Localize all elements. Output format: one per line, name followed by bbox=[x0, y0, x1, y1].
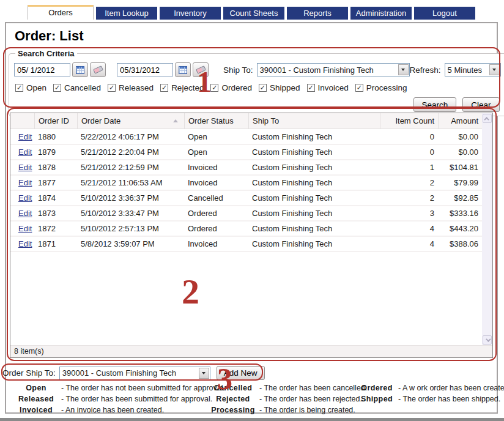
legend-description: - A w ork order has been created. bbox=[398, 384, 504, 392]
column-header-ship-to[interactable]: Ship To bbox=[248, 113, 380, 129]
amount-cell: $333.16 bbox=[438, 206, 482, 220]
order-date-cell: 5/10/2012 2:57:13 PM bbox=[77, 222, 184, 236]
add-new-button[interactable]: Add New bbox=[217, 366, 265, 380]
order-date-cell: 5/21/2012 2:12:59 PM bbox=[77, 160, 184, 174]
tab-reports[interactable]: Reports bbox=[287, 7, 348, 20]
checkbox-open[interactable]: ✓Open bbox=[15, 83, 46, 92]
ship-to-cell: Custom Finishing Tech bbox=[248, 206, 380, 220]
ship-to-select[interactable]: 390001 - Custom Finishing Tech bbox=[257, 63, 410, 76]
order-date-cell: 5/8/2012 3:59:07 PM bbox=[77, 237, 184, 251]
table-rows: Edit18805/22/2012 4:06:17 PMOpenCustom F… bbox=[10, 130, 482, 252]
edit-link[interactable]: Edit bbox=[18, 178, 32, 187]
checkbox-rejected[interactable]: ✓Rejected bbox=[160, 83, 204, 92]
edit-cell: Edit bbox=[10, 206, 34, 220]
column-header-label: Amount bbox=[451, 116, 478, 125]
order-id-cell: 1879 bbox=[34, 145, 77, 159]
legend-item: Rejected- The order has been rejected. bbox=[209, 395, 367, 403]
order-id-cell: 1880 bbox=[34, 130, 77, 144]
edit-cell: Edit bbox=[10, 237, 34, 251]
table-footer-count: 8 item(s) bbox=[10, 345, 492, 357]
tab-administration[interactable]: Administration bbox=[350, 7, 412, 20]
calendar-icon bbox=[76, 66, 84, 74]
tab-count-sheets[interactable]: Count Sheets bbox=[223, 7, 284, 20]
column-header-order-date[interactable]: Order Date bbox=[77, 113, 184, 129]
order-ship-to-select[interactable]: 390001 - Custom Finishing Tech bbox=[59, 367, 210, 380]
scroll-down-button[interactable] bbox=[483, 335, 492, 345]
item-count-cell: 4 bbox=[380, 237, 438, 251]
item-count-cell: 0 bbox=[380, 130, 438, 144]
column-header-edit[interactable] bbox=[10, 113, 34, 129]
checkbox-label: Ordered bbox=[221, 83, 252, 92]
search-row-dates: Ship To: 390001 - Custom Finishing Tech … bbox=[14, 62, 501, 77]
edit-link[interactable]: Edit bbox=[18, 163, 32, 172]
date-to-input[interactable] bbox=[117, 63, 173, 76]
date-from-input[interactable] bbox=[14, 63, 70, 76]
tab-logout[interactable]: Logout bbox=[414, 7, 475, 20]
edit-link[interactable]: Edit bbox=[18, 239, 32, 248]
refresh-select[interactable]: 5 Minutes bbox=[445, 63, 501, 76]
checkbox-ordered[interactable]: ✓Ordered bbox=[210, 83, 252, 92]
column-header-amount[interactable]: Amount bbox=[438, 113, 482, 129]
order-id-cell: 1874 bbox=[34, 191, 77, 205]
clear-button[interactable]: Clear bbox=[462, 97, 499, 112]
column-header-label: Order ID bbox=[39, 116, 69, 125]
amount-cell: $92.85 bbox=[438, 191, 482, 205]
search-criteria-panel: Search Criteria Ship To: 390001 - Custom… bbox=[9, 49, 504, 116]
edit-cell: Edit bbox=[10, 176, 34, 190]
legend-item: Cancelled- The order has been cancelled. bbox=[209, 384, 367, 392]
ship-to-cell: Custom Finishing Tech bbox=[248, 222, 380, 236]
order-status-cell: Ordered bbox=[184, 206, 248, 220]
edit-cell: Edit bbox=[10, 160, 34, 174]
edit-cell: Edit bbox=[10, 222, 34, 236]
date-from-calendar-button[interactable] bbox=[72, 62, 88, 77]
checkbox-icon: ✓ bbox=[15, 84, 23, 92]
checkbox-label: Processing bbox=[366, 83, 407, 92]
edit-link[interactable]: Edit bbox=[18, 193, 32, 203]
amount-cell: $0.00 bbox=[438, 145, 482, 159]
chevron-down-icon bbox=[398, 64, 409, 75]
edit-link[interactable]: Edit bbox=[18, 147, 32, 157]
table-row: Edit18715/8/2012 3:59:07 PMInvoicedCusto… bbox=[10, 237, 482, 252]
tab-inventory[interactable]: Inventory bbox=[160, 7, 221, 20]
tab-orders[interactable]: Orders bbox=[28, 5, 94, 20]
vertical-scrollbar[interactable] bbox=[482, 113, 492, 345]
item-count-cell: 2 bbox=[380, 191, 438, 205]
edit-link[interactable]: Edit bbox=[18, 132, 32, 141]
column-header-order-id[interactable]: Order ID bbox=[34, 113, 77, 129]
sort-ascending-icon bbox=[173, 119, 178, 122]
order-status-cell: Open bbox=[184, 130, 248, 144]
order-id-cell: 1872 bbox=[34, 222, 77, 236]
search-button[interactable]: Search bbox=[413, 97, 457, 112]
legend-description: - The order has been submitted for appro… bbox=[61, 395, 212, 403]
ship-to-cell: Custom Finishing Tech bbox=[248, 130, 380, 144]
table-header: Order IDOrder DateOrder StatusShip ToIte… bbox=[10, 113, 482, 129]
column-header-label: Item Count bbox=[395, 116, 434, 125]
amount-cell: $0.00 bbox=[438, 130, 482, 144]
column-header-order-status[interactable]: Order Status bbox=[184, 113, 248, 129]
checkbox-processing[interactable]: ✓Processing bbox=[355, 83, 407, 92]
column-header-label: Order Date bbox=[81, 116, 120, 125]
order-date-cell: 5/10/2012 3:36:37 PM bbox=[77, 191, 184, 205]
legend-term: Shipped bbox=[358, 395, 396, 403]
legend-column: Ordered- A w ork order has been created.… bbox=[358, 384, 504, 406]
date-from-clear-button[interactable] bbox=[90, 62, 106, 77]
edit-link[interactable]: Edit bbox=[18, 209, 32, 218]
checkbox-cancelled[interactable]: ✓Cancelled bbox=[53, 83, 101, 92]
edit-cell: Edit bbox=[10, 191, 34, 205]
date-to-calendar-button[interactable] bbox=[175, 62, 191, 77]
order-ship-to-selected-value: 390001 - Custom Finishing Tech bbox=[62, 368, 176, 378]
checkbox-shipped[interactable]: ✓Shipped bbox=[259, 83, 300, 92]
checkbox-invoiced[interactable]: ✓Invoiced bbox=[307, 83, 349, 92]
search-buttons-row: Search Clear bbox=[14, 97, 501, 112]
legend-item: Invoiced- An invoice has been created. bbox=[13, 406, 225, 414]
order-date-cell: 5/22/2012 4:06:17 PM bbox=[77, 130, 184, 144]
edit-link[interactable]: Edit bbox=[18, 224, 32, 233]
table-row: Edit18745/10/2012 3:36:37 PMCancelledCus… bbox=[10, 191, 482, 206]
scroll-up-button[interactable] bbox=[483, 114, 492, 123]
checkbox-icon: ✓ bbox=[160, 84, 168, 92]
date-to-clear-button[interactable] bbox=[193, 62, 209, 77]
column-header-item-count[interactable]: Item Count bbox=[380, 113, 438, 129]
checkbox-released[interactable]: ✓Released bbox=[108, 83, 154, 92]
tab-item-lookup[interactable]: Item Lookup bbox=[96, 7, 157, 20]
checkbox-icon: ✓ bbox=[108, 84, 116, 92]
